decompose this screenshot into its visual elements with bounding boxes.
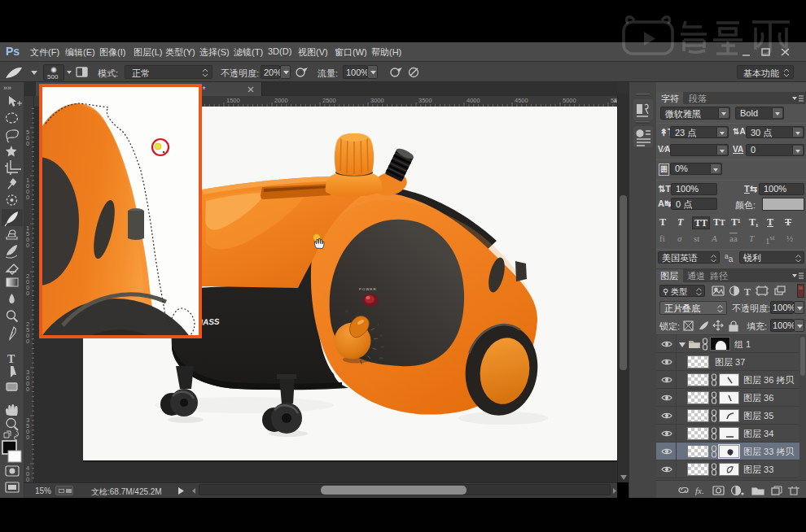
svg-text:4500: 4500 (515, 97, 528, 104)
svg-text:T: T (744, 286, 751, 297)
svg-text:IIII: IIII (379, 356, 383, 360)
svg-text:O: O (345, 309, 348, 313)
svg-text:2000: 2000 (26, 273, 29, 297)
svg-text:3500: 3500 (418, 97, 432, 104)
svg-text:3000: 3000 (26, 368, 29, 393)
svg-text:1500: 1500 (26, 225, 29, 249)
svg-text:fx.: fx. (695, 486, 704, 495)
svg-text:1500: 1500 (226, 97, 240, 104)
svg-text:2500: 2500 (26, 321, 29, 345)
svg-text:2000: 2000 (274, 97, 288, 104)
svg-text:500: 500 (26, 129, 29, 147)
svg-text:2500: 2500 (322, 97, 336, 104)
svg-text:5000: 5000 (563, 97, 576, 104)
svg-text:»»: »» (3, 84, 11, 92)
svg-text:II: II (380, 334, 382, 338)
svg-text:4000: 4000 (26, 464, 29, 482)
svg-text:T: T (7, 353, 15, 365)
svg-text:3000: 3000 (370, 97, 384, 104)
svg-text:POWER: POWER (359, 287, 377, 291)
svg-text:3500: 3500 (26, 416, 29, 441)
svg-text:1000: 1000 (26, 177, 29, 201)
svg-text:I: I (378, 322, 379, 326)
svg-text:III: III (381, 345, 383, 349)
svg-text:4000: 4000 (467, 97, 480, 104)
